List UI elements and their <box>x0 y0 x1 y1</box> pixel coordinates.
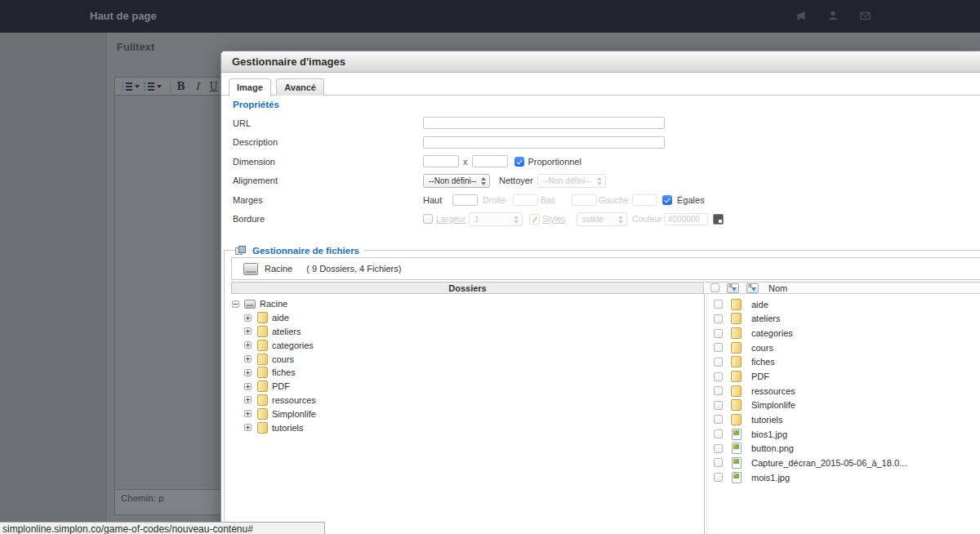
file-manager-section: Gestionnaire de fichiers Racine ( 9 Doss… <box>221 245 980 534</box>
collapse-icon[interactable] <box>232 300 239 308</box>
row-checkbox[interactable] <box>714 473 723 482</box>
tree-folder-row[interactable]: ateliers <box>231 325 701 339</box>
dialog-tabs: Image Avancé <box>221 78 980 96</box>
tab-image[interactable]: Image <box>229 78 271 96</box>
width-input[interactable] <box>423 155 459 167</box>
list-folder-row[interactable]: fiches <box>708 355 980 370</box>
row-checkbox[interactable] <box>714 343 723 352</box>
expand-icon[interactable] <box>244 383 252 390</box>
expand-icon[interactable] <box>244 341 252 349</box>
list-file-row[interactable]: Capture_décran_2015-05-06_à_18.0... <box>708 456 980 470</box>
expand-icon[interactable] <box>244 369 252 376</box>
tree-folder-row[interactable]: ressources <box>231 394 701 407</box>
tree-folder-row[interactable]: cours <box>231 352 701 366</box>
pane-divider-inner <box>706 294 707 534</box>
images-icon <box>235 246 247 256</box>
row-checkbox[interactable] <box>714 429 723 438</box>
folder-tree: RacineaideatelierscategoriescoursfichesP… <box>231 297 701 434</box>
expand-icon[interactable] <box>244 424 252 431</box>
row-checkbox[interactable] <box>714 415 723 424</box>
row-checkbox[interactable] <box>714 372 723 381</box>
italic-button[interactable]: I <box>191 80 203 93</box>
description-input[interactable] <box>423 136 665 149</box>
tree-root-row[interactable]: Racine <box>231 297 701 311</box>
url-label: URL <box>233 118 423 128</box>
margin-gauche-label: Gauche <box>599 195 632 205</box>
sort-desc-icon[interactable] <box>746 283 759 293</box>
image-file-icon <box>732 443 742 454</box>
dialog-title: Gestionnaire d'images <box>221 51 980 73</box>
folder-icon <box>257 380 268 392</box>
row-checkbox[interactable] <box>714 444 723 453</box>
folder-icon <box>731 399 742 411</box>
row-checkbox[interactable] <box>714 358 723 367</box>
tree-folder-row[interactable]: tutoriels <box>231 421 701 434</box>
list-folder-row[interactable]: ateliers <box>708 312 980 327</box>
description-row: Description <box>233 133 980 153</box>
drive-icon[interactable] <box>243 263 258 275</box>
list-folder-row[interactable]: categories <box>708 326 980 340</box>
expand-icon[interactable] <box>244 355 252 363</box>
person-icon[interactable] <box>827 10 840 22</box>
list-folder-row[interactable]: ressources <box>708 384 980 398</box>
margins-label: Marges <box>233 195 423 205</box>
row-checkbox[interactable] <box>714 386 723 395</box>
border-row: Bordure Largeur 1 Styles solide Couleur <box>233 210 980 229</box>
underline-button[interactable]: U <box>207 80 220 93</box>
url-input[interactable] <box>423 117 665 129</box>
alignment-select[interactable]: --Non défini-- <box>423 174 490 188</box>
tree-folder-row[interactable]: categories <box>231 338 701 352</box>
row-checkbox[interactable] <box>714 401 723 410</box>
page-background-left <box>0 33 107 534</box>
tree-folder-row[interactable]: fiches <box>231 366 701 380</box>
envelope-icon[interactable] <box>859 10 871 22</box>
expand-icon[interactable] <box>244 314 252 322</box>
tree-folder-row[interactable]: aide <box>231 311 701 325</box>
folder-icon <box>257 354 268 365</box>
bullet-list-icon[interactable] <box>144 80 162 93</box>
styles-label: Styles <box>542 214 575 224</box>
select-all-checkbox[interactable] <box>710 283 719 292</box>
expand-icon[interactable] <box>244 410 252 417</box>
folder-icon <box>257 340 268 351</box>
expand-icon[interactable] <box>244 327 252 335</box>
height-input[interactable] <box>472 155 508 167</box>
list-folder-row[interactable]: Simplonlife <box>708 398 980 412</box>
row-checkbox[interactable] <box>714 329 723 338</box>
row-checkbox[interactable] <box>714 458 723 467</box>
tree-folder-row[interactable]: Simplonlife <box>231 407 701 421</box>
largeur-checkbox[interactable] <box>423 214 433 224</box>
proportional-label: Proportionnel <box>528 157 581 167</box>
style-select: solide <box>577 212 627 226</box>
numbered-list-icon[interactable] <box>122 80 140 93</box>
sort-asc-icon[interactable] <box>727 283 739 293</box>
list-folder-row[interactable]: aide <box>708 297 980 312</box>
list-file-row[interactable]: bios1.jpg <box>708 427 980 442</box>
color-swatch[interactable] <box>713 214 724 225</box>
list-folder-row[interactable]: cours <box>708 340 980 355</box>
expand-icon[interactable] <box>244 396 252 403</box>
folder-icon <box>257 408 268 420</box>
list-file-row[interactable]: mois1.jpg <box>708 470 980 485</box>
page-title: Haut de page <box>90 10 157 22</box>
list-folder-row[interactable]: PDF <box>708 369 980 384</box>
tree-folder-row[interactable]: PDF <box>231 380 701 394</box>
dialog-header[interactable]: Gestionnaire d'images <box>221 51 980 73</box>
list-file-row[interactable]: button.png <box>708 441 980 456</box>
row-checkbox[interactable] <box>714 300 723 309</box>
bold-button[interactable]: B <box>175 80 187 93</box>
dossiers-column-header[interactable]: Dossiers <box>231 282 704 294</box>
margin-haut-input[interactable] <box>452 194 478 206</box>
tab-avance[interactable]: Avancé <box>276 78 324 96</box>
image-file-icon <box>732 472 742 483</box>
egales-checkbox[interactable] <box>662 195 672 205</box>
couleur-input <box>664 213 708 225</box>
nom-column-header[interactable]: Nom <box>705 282 980 294</box>
dimension-label: Dimension <box>233 157 423 167</box>
row-checkbox[interactable] <box>714 314 723 323</box>
folder-icon <box>257 367 268 378</box>
list-folder-row[interactable]: tutoriels <box>708 412 980 427</box>
proportional-checkbox[interactable] <box>514 157 524 167</box>
megaphone-icon[interactable] <box>795 10 808 22</box>
margin-haut-label: Haut <box>423 195 452 205</box>
